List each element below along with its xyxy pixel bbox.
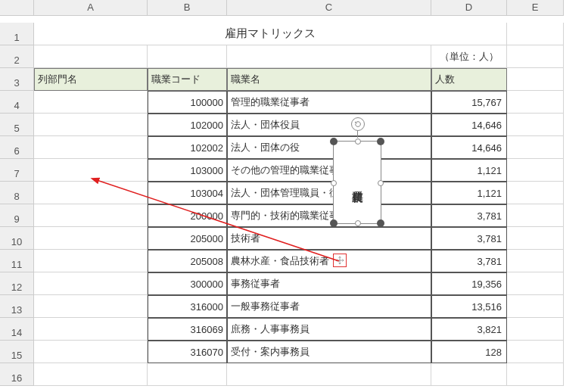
cell-C16[interactable] — [227, 363, 431, 386]
header-colA[interactable]: 列部門名 — [34, 68, 148, 91]
cell-code-0[interactable]: 100000 — [148, 91, 227, 114]
resize-handle-sw[interactable] — [330, 219, 338, 227]
rotate-handle-icon[interactable] — [351, 117, 365, 131]
resize-handle-n[interactable] — [355, 138, 361, 145]
row-header-7[interactable]: 7 — [0, 159, 34, 182]
resize-handle-s[interactable] — [355, 220, 361, 226]
row-header-6[interactable]: 6 — [0, 136, 34, 159]
cell-E4[interactable] — [507, 91, 564, 114]
cell-B16[interactable] — [148, 363, 227, 386]
row-header-16[interactable]: 16 — [0, 363, 34, 386]
cell-name-9[interactable]: 一般事務従事者 — [227, 295, 431, 318]
cell-count-10[interactable]: 3,821 — [431, 318, 507, 341]
cell-A15[interactable] — [34, 341, 148, 363]
unit-cell[interactable]: （単位：人） — [431, 45, 507, 68]
row-header-1[interactable]: 1 — [0, 23, 34, 45]
cell-E16[interactable] — [507, 363, 564, 386]
resize-handle-w[interactable] — [331, 180, 337, 186]
cell-E1[interactable] — [507, 23, 564, 45]
cell-count-1[interactable]: 14,646 — [431, 114, 507, 136]
cell-count-9[interactable]: 13,516 — [431, 295, 507, 318]
corner-cell[interactable] — [0, 0, 34, 16]
cell-code-8[interactable]: 300000 — [148, 272, 227, 295]
cell-code-5[interactable]: 200000 — [148, 204, 227, 227]
cell-C2[interactable] — [227, 45, 431, 68]
cell-E3[interactable] — [507, 68, 564, 91]
cell-code-3[interactable]: 103000 — [148, 159, 227, 182]
row-header-15[interactable]: 15 — [0, 341, 34, 363]
cell-name-3[interactable]: その他の管理的職業従事者 — [227, 159, 431, 182]
cell-E7[interactable] — [507, 159, 564, 182]
cell-A4[interactable] — [34, 91, 148, 114]
cell-code-4[interactable]: 103004 — [148, 182, 227, 204]
cell-name-4[interactable]: 法人・団体管理職員・従事者 — [227, 182, 431, 204]
row-header-4[interactable]: 4 — [0, 91, 34, 114]
resize-handle-se[interactable] — [377, 219, 384, 227]
cell-A2[interactable] — [34, 45, 148, 68]
header-colC[interactable]: 職業名 — [227, 68, 431, 91]
cell-A6[interactable] — [34, 136, 148, 159]
cell-count-4[interactable]: 1,121 — [431, 182, 507, 204]
cell-name-5[interactable]: 専門的・技術的職業従事者 — [227, 204, 431, 227]
cell-code-10[interactable]: 316069 — [148, 318, 227, 341]
col-header-B[interactable]: B — [148, 0, 227, 16]
cell-E8[interactable] — [507, 182, 564, 204]
cell-code-1[interactable]: 102000 — [148, 114, 227, 136]
resize-handle-ne[interactable] — [377, 138, 384, 145]
row-header-8[interactable]: 8 — [0, 182, 34, 204]
cell-E2[interactable] — [507, 45, 564, 68]
resize-handle-e[interactable] — [378, 180, 384, 186]
row-header-10[interactable]: 10 — [0, 227, 34, 250]
cell-count-6[interactable]: 3,781 — [431, 227, 507, 250]
cell-count-7[interactable]: 3,781 — [431, 250, 507, 272]
cell-E10[interactable] — [507, 227, 564, 250]
cell-D16[interactable] — [431, 363, 507, 386]
row-header-13[interactable]: 13 — [0, 295, 34, 318]
header-colB[interactable]: 職業コード — [148, 68, 227, 91]
spreadsheet-grid[interactable]: ABCDE1雇用マトリックス2（単位：人）3列部門名職業コード職業名人数4100… — [0, 0, 588, 386]
cell-count-0[interactable]: 15,767 — [431, 91, 507, 114]
row-header-9[interactable]: 9 — [0, 204, 34, 227]
title-cell[interactable]: 雇用マトリックス — [34, 23, 507, 45]
cell-A16[interactable] — [34, 363, 148, 386]
floating-textbox[interactable]: 耕種農業 — [333, 141, 381, 224]
cell-A9[interactable] — [34, 204, 148, 227]
cell-E6[interactable] — [507, 136, 564, 159]
row-header-2[interactable]: 2 — [0, 45, 34, 68]
cell-code-11[interactable]: 316070 — [148, 341, 227, 363]
resize-handle-nw[interactable] — [330, 138, 338, 145]
cell-E11[interactable] — [507, 250, 564, 272]
cell-code-6[interactable]: 205000 — [148, 227, 227, 250]
row-header-12[interactable]: 12 — [0, 272, 34, 295]
cell-A11[interactable] — [34, 250, 148, 272]
cell-A12[interactable] — [34, 272, 148, 295]
cell-A5[interactable] — [34, 114, 148, 136]
cell-code-2[interactable]: 102002 — [148, 136, 227, 159]
cell-name-7[interactable]: 農林水産・食品技術者 — [227, 250, 431, 272]
col-header-D[interactable]: D — [431, 0, 507, 16]
cell-name-8[interactable]: 事務従事者 — [227, 272, 431, 295]
cell-name-1[interactable]: 法人・団体役員 — [227, 114, 431, 136]
row-header-5[interactable]: 5 — [0, 114, 34, 136]
cell-E13[interactable] — [507, 295, 564, 318]
cell-count-11[interactable]: 128 — [431, 341, 507, 363]
cell-A8[interactable] — [34, 182, 148, 204]
cell-name-2[interactable]: 法人・団体の役 — [227, 136, 431, 159]
cell-code-9[interactable]: 316000 — [148, 295, 227, 318]
cell-name-11[interactable]: 受付・案内事務員 — [227, 341, 431, 363]
cell-A14[interactable] — [34, 318, 148, 341]
cell-code-7[interactable]: 205008 — [148, 250, 227, 272]
col-header-E[interactable]: E — [507, 0, 564, 16]
cell-E14[interactable] — [507, 318, 564, 341]
cell-count-8[interactable]: 19,356 — [431, 272, 507, 295]
cell-B2[interactable] — [148, 45, 227, 68]
header-colD[interactable]: 人数 — [431, 68, 507, 91]
cell-E12[interactable] — [507, 272, 564, 295]
cell-name-10[interactable]: 庶務・人事事務員 — [227, 318, 431, 341]
row-header-11[interactable]: 11 — [0, 250, 34, 272]
col-header-A[interactable]: A — [34, 0, 148, 16]
cell-A13[interactable] — [34, 295, 148, 318]
cell-name-0[interactable]: 管理的職業従事者 — [227, 91, 431, 114]
cell-name-6[interactable]: 技術者 — [227, 227, 431, 250]
move-cursor-marker[interactable] — [333, 254, 347, 267]
